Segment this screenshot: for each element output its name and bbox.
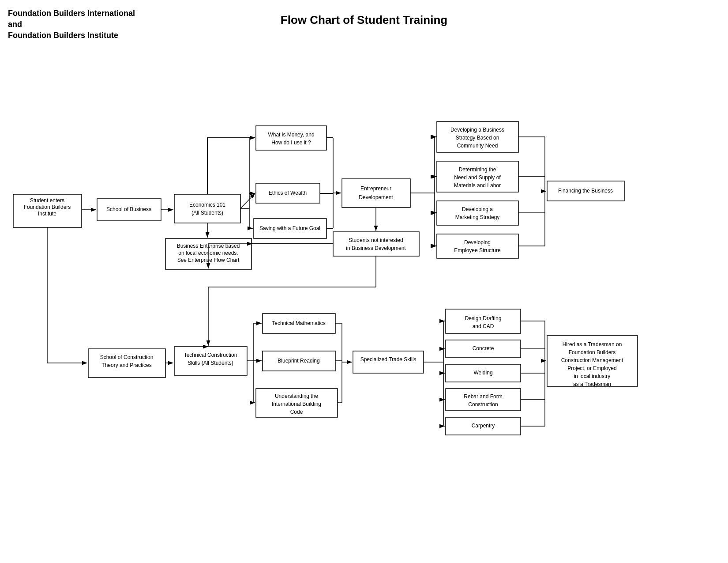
svg-text:Concrete: Concrete: [473, 345, 494, 351]
svg-text:Design Drafting: Design Drafting: [465, 315, 502, 321]
svg-text:Marketing Strategy: Marketing Strategy: [455, 214, 500, 220]
marketing-box: [437, 201, 518, 225]
svg-text:Developement: Developement: [359, 194, 393, 200]
svg-text:School of Construction: School of Construction: [100, 354, 154, 360]
svg-text:Carpentry: Carpentry: [472, 423, 495, 429]
svg-text:Employee Structure: Employee Structure: [454, 247, 501, 253]
svg-text:Entrepreneur: Entrepreneur: [360, 185, 391, 192]
not-interested-box: [333, 232, 419, 256]
svg-text:Community Need: Community Need: [457, 143, 498, 149]
svg-text:and CAD: and CAD: [473, 323, 494, 329]
student-enters-text: Student enters: [30, 197, 64, 204]
employee-structure-box: [437, 234, 518, 258]
org-name-line1: Foundation Builders International: [8, 9, 135, 18]
svg-text:Theory and Practices: Theory and Practices: [101, 362, 151, 368]
svg-line-53: [240, 193, 255, 208]
svg-text:in local industry: in local industry: [574, 373, 611, 379]
header-left: Foundation Builders International and Fo…: [8, 8, 135, 42]
svg-text:Need and Supply of: Need and Supply of: [454, 174, 501, 181]
svg-text:Blueprint Reading: Blueprint Reading: [278, 358, 319, 364]
svg-text:Technical Construction: Technical Construction: [184, 352, 237, 358]
svg-text:Saving with a Future Goal: Saving with a Future Goal: [259, 225, 320, 231]
school-of-business-text: School of Business: [106, 206, 151, 212]
svg-text:Ethics of Wealth: Ethics of Wealth: [269, 190, 307, 196]
svg-text:Hired as a Tradesman on: Hired as a Tradesman on: [563, 341, 622, 348]
svg-text:Understanding the: Understanding the: [275, 393, 318, 399]
svg-text:Foundation Builders: Foundation Builders: [24, 204, 71, 210]
svg-text:How do I use it ?: How do I use it ?: [271, 140, 311, 146]
svg-text:Students not interested: Students not interested: [349, 237, 403, 243]
svg-text:Materials and Labor: Materials and Labor: [454, 182, 501, 189]
page-title: Flow Chart of Student Training: [281, 13, 447, 27]
svg-text:Welding: Welding: [473, 370, 492, 376]
svg-text:Economics 101: Economics 101: [189, 202, 225, 208]
svg-text:Institute: Institute: [38, 211, 56, 217]
svg-text:as a Tradesman: as a Tradesman: [573, 381, 611, 387]
svg-text:Developing a Business: Developing a Business: [450, 127, 504, 133]
svg-text:Code: Code: [290, 409, 303, 415]
svg-text:(All Students): (All Students): [191, 210, 223, 216]
page: Foundation Builders International and Fo…: [0, 0, 728, 563]
svg-text:Rebar and Form: Rebar and Form: [464, 393, 502, 400]
svg-text:Determining the: Determining the: [459, 166, 496, 173]
svg-text:Construction Management: Construction Management: [561, 357, 623, 363]
flowchart: Student enters Foundation Builders Insti…: [0, 49, 728, 561]
svg-text:Financing the Business: Financing the Business: [558, 188, 613, 194]
svg-text:Project,  or Employed: Project, or Employed: [567, 365, 616, 371]
what-is-money-box: [256, 126, 326, 150]
svg-text:Developing: Developing: [464, 239, 491, 246]
svg-text:International Building: International Building: [272, 401, 321, 407]
economics-101-box: [174, 194, 240, 223]
svg-text:What is Money, and: What is Money, and: [268, 132, 314, 138]
svg-text:Skills (All Students): Skills (All Students): [188, 360, 233, 366]
svg-text:Foundation Builders: Foundation Builders: [569, 349, 616, 355]
org-name-line3: Foundation Builders Institute: [8, 31, 118, 40]
svg-text:Construction: Construction: [468, 401, 498, 408]
entrepreneur-box: [342, 179, 410, 208]
svg-text:Developing a: Developing a: [462, 206, 493, 212]
svg-text:Specialized Trade Skills: Specialized Trade Skills: [360, 356, 417, 363]
org-name-line2: and: [8, 20, 22, 29]
svg-text:in Business Development: in Business Development: [346, 245, 406, 251]
svg-text:Strategy Based on: Strategy Based on: [456, 135, 499, 141]
svg-text:Technical Mathematics: Technical Mathematics: [272, 320, 325, 326]
